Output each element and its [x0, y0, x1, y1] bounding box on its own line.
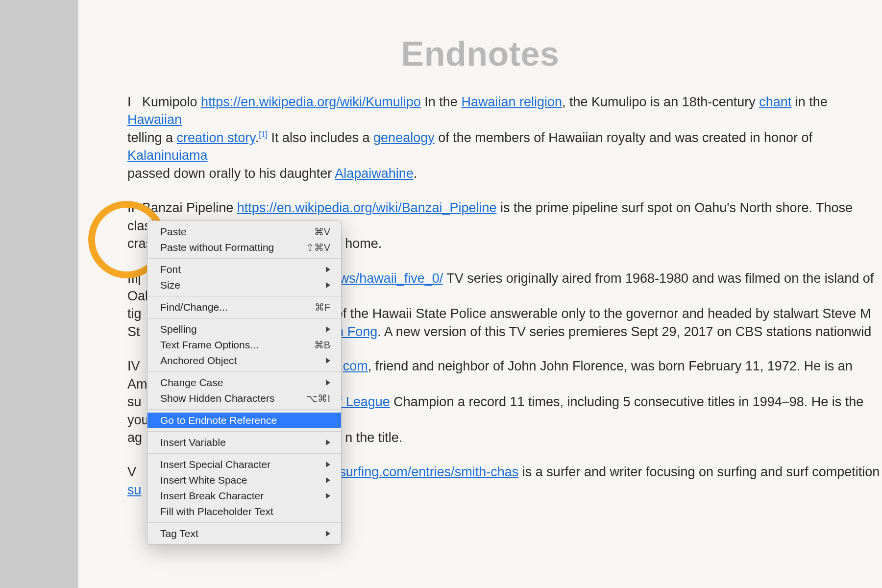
- link[interactable]: Alapaiwahine: [335, 166, 414, 181]
- menu-insert-white-space[interactable]: Insert White Space: [147, 472, 341, 488]
- page-title: Endnotes: [78, 34, 882, 74]
- endnote-num: IV: [127, 359, 140, 373]
- submenu-arrow-icon: [326, 326, 330, 332]
- submenu-arrow-icon: [326, 462, 330, 467]
- link[interactable]: chant: [759, 95, 791, 109]
- menu-paste[interactable]: Paste⌘V: [147, 224, 341, 240]
- endnote-1[interactable]: I Kumipolo https://en.wikipedia.org/wiki…: [127, 93, 882, 182]
- submenu-arrow-icon: [326, 531, 330, 537]
- endnote-num: I: [127, 95, 131, 109]
- menu-separator: [147, 296, 341, 296]
- link[interactable]: Kalaninuiama: [127, 148, 208, 163]
- menu-fill-placeholder-text[interactable]: Fill with Placeholder Text: [147, 504, 341, 519]
- endnote-num: III: [127, 271, 139, 286]
- submenu-arrow-icon: [326, 493, 330, 499]
- submenu-arrow-icon: [326, 380, 330, 386]
- menu-insert-special-character[interactable]: Insert Special Character: [147, 457, 341, 472]
- menu-go-to-endnote-reference[interactable]: Go to Endnote Reference: [147, 413, 341, 428]
- link[interactable]: genealogy: [373, 130, 435, 145]
- menu-change-case[interactable]: Change Case: [147, 375, 341, 391]
- menu-text-frame-options[interactable]: Text Frame Options...⌘B: [147, 337, 341, 353]
- context-menu[interactable]: Paste⌘V Paste without Formatting⇧⌘V Font…: [147, 220, 342, 545]
- menu-separator: [147, 371, 341, 372]
- link-url[interactable]: https://en.wikipedia.org/wiki/Kumulipo: [201, 95, 421, 109]
- menu-show-hidden-characters[interactable]: Show Hidden Characters⌥⌘I: [147, 391, 341, 406]
- submenu-arrow-icon: [326, 282, 330, 288]
- menu-size[interactable]: Size: [147, 277, 341, 293]
- menu-tag-text[interactable]: Tag Text: [147, 526, 341, 541]
- link[interactable]: su: [127, 483, 142, 497]
- menu-insert-variable[interactable]: Insert Variable: [147, 435, 341, 450]
- menu-spelling[interactable]: Spelling: [147, 321, 341, 337]
- endnote-num: V: [127, 465, 136, 479]
- submenu-arrow-icon: [326, 440, 330, 445]
- menu-separator: [147, 258, 341, 259]
- endnote-num: II: [127, 200, 135, 215]
- menu-paste-without-formatting[interactable]: Paste without Formatting⇧⌘V: [147, 240, 341, 255]
- menu-separator: [147, 431, 341, 432]
- text-cursor: [139, 271, 140, 285]
- menu-separator: [147, 318, 341, 318]
- endnote-term: Banzai Pipeline: [142, 200, 233, 215]
- link[interactable]: Hawaiian religion: [461, 95, 562, 109]
- link[interactable]: Hawaiian: [127, 112, 182, 127]
- footnote-ref[interactable]: [1]: [259, 130, 268, 139]
- menu-anchored-object[interactable]: Anchored Object: [147, 353, 341, 368]
- submenu-arrow-icon: [326, 358, 330, 364]
- menu-insert-break-character[interactable]: Insert Break Character: [147, 488, 341, 504]
- menu-separator: [147, 453, 341, 454]
- menu-font[interactable]: Font: [147, 262, 341, 277]
- link-url[interactable]: https://en.wikipedia.org/wiki/Banzai_Pip…: [237, 200, 497, 215]
- submenu-arrow-icon: [326, 477, 330, 483]
- menu-separator: [147, 409, 341, 410]
- link[interactable]: creation story: [177, 130, 255, 145]
- submenu-arrow-icon: [326, 267, 330, 272]
- link[interactable]: com: [343, 359, 368, 373]
- menu-separator: [147, 522, 341, 523]
- link-url[interactable]: surfing.com/entries/smith-chas: [339, 465, 518, 479]
- endnote-term: Kumipolo: [142, 95, 197, 109]
- menu-find-change[interactable]: Find/Change...⌘F: [147, 299, 341, 315]
